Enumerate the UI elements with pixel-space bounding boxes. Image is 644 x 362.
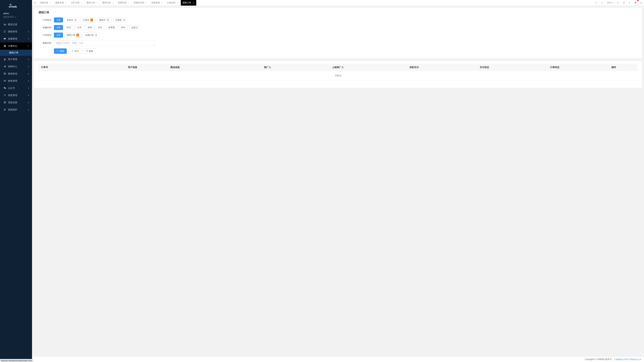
chevron-left-icon	[28, 80, 29, 82]
close-icon[interactable]	[128, 2, 130, 4]
close-icon[interactable]	[145, 2, 148, 4]
sidebar-item-news[interactable]: 新闻资讯	[0, 70, 32, 77]
close-icon[interactable]	[49, 2, 52, 4]
system-icon	[3, 94, 6, 97]
order-status-refunded[interactable]: 已退款0	[113, 18, 128, 22]
reload-button[interactable]	[621, 0, 627, 6]
chip-label: 本年	[121, 26, 126, 29]
more-button[interactable]	[638, 0, 644, 6]
tab-live-list[interactable]: 直播列表	[116, 0, 132, 6]
button-label: 导出	[74, 50, 78, 53]
created-custom[interactable]: 自定义	[129, 25, 140, 30]
maintain-icon	[3, 108, 6, 111]
order-status-unpaid[interactable]: 未支付0	[64, 18, 79, 22]
created-all[interactable]: 全部	[54, 25, 63, 30]
search-button[interactable]: 搜索	[54, 48, 67, 54]
tab-column-topic[interactable]: 专栏专题	[69, 0, 85, 6]
order-type-gift[interactable]: 礼物订单0	[83, 32, 100, 38]
order-type-all[interactable]: 全部	[54, 32, 63, 38]
close-icon[interactable]	[65, 2, 67, 4]
add-button[interactable]	[627, 0, 632, 6]
svg-point-9	[4, 74, 5, 74]
close-icon[interactable]	[96, 2, 98, 4]
order-type-course[interactable]: 课程订单0	[64, 32, 81, 38]
chevron-down-icon	[27, 46, 29, 47]
footer-copyright: Copyright © CRMEB 版本号：	[585, 358, 614, 361]
top-tabs: 音频专题 视频专题 专栏专题 素材分类 素材列表 直播列表 直播间管理 直播贡献…	[38, 0, 594, 6]
chip-count: 0	[95, 34, 97, 36]
user-icon	[3, 58, 6, 61]
sidebar-item-live[interactable]: 直播管理	[0, 35, 32, 42]
created-quarter[interactable]: 本季度	[106, 25, 117, 30]
close-icon[interactable]	[161, 2, 163, 4]
sidebar-item-label: 用户管理	[8, 58, 28, 61]
created-yesterday[interactable]: 昨天	[64, 25, 74, 30]
sidebar-item-order[interactable]: 订单中心	[0, 42, 32, 50]
tab-liveroom-manage[interactable]: 直播间管理	[132, 0, 150, 6]
notifications-button[interactable]: 0	[632, 0, 638, 6]
col-product-info: 商品信息	[168, 64, 238, 71]
sidebar-item-label: 系统管理	[8, 94, 28, 97]
sidebar-item-overview[interactable]: 概况总览	[0, 21, 32, 28]
col-pay-status: 支付状态	[449, 64, 520, 71]
chip-label: 退款中	[99, 18, 106, 22]
order-status-refunding[interactable]: 退款中0	[97, 18, 112, 22]
tab-label: 直播贡献	[151, 1, 160, 4]
chip-label: 今天	[77, 26, 82, 29]
sidebar-item-label: 课程管理	[8, 30, 28, 33]
tab-material-category[interactable]: 素材分类	[85, 0, 100, 6]
sidebar-subitem-course-order[interactable]: 课程订单	[0, 50, 32, 56]
tab-material-list[interactable]: 素材列表	[100, 0, 116, 6]
order-status-all[interactable]: 全部	[54, 18, 63, 22]
tab-label: 课程订单	[182, 1, 191, 4]
sidebar-item-label: 新闻资讯	[8, 72, 28, 76]
filter-row-order-status: 订单状态: 全部 未支付0 已支付0 退款中0 已退款0	[38, 18, 638, 22]
tab-label: 音频专题	[40, 1, 48, 4]
filter-row-created-at: 创建时间: 全部 昨天 今天 本周 本月 本季度 本年 自定义	[38, 25, 638, 30]
search-input[interactable]	[54, 40, 155, 46]
footer-version-link[interactable]: CRMEB-ZSFF-OPENv1.4.4	[614, 358, 641, 361]
export-button[interactable]: 导出	[68, 48, 81, 54]
overview-icon	[3, 23, 6, 26]
tab-course-order[interactable]: 课程订单	[181, 0, 196, 6]
toggle-sidebar-button[interactable]	[32, 0, 38, 6]
created-today[interactable]: 今天	[75, 25, 84, 30]
close-tabs-dropdown[interactable]: 关闭	[605, 0, 615, 6]
tab-video-topic[interactable]: 视频专题	[54, 0, 69, 6]
sidebar-item-marketing[interactable]: 营销中心	[0, 63, 32, 70]
sidebar-role-dropdown[interactable]: 超级管理员	[3, 15, 29, 19]
created-week[interactable]: 本周	[85, 25, 94, 30]
refresh-button[interactable]: 刷新	[83, 48, 96, 54]
chip-label: 本周	[88, 26, 92, 29]
tabs-scroll-right-button[interactable]	[599, 0, 605, 6]
close-icon[interactable]	[192, 2, 194, 4]
back-button[interactable]	[615, 0, 621, 6]
tab-audio-topic[interactable]: 音频专题	[38, 0, 54, 6]
sidebar-item-maintain[interactable]: 系统维护	[0, 106, 32, 113]
sidebar-item-system[interactable]: 系统管理	[0, 92, 32, 99]
button-label: 刷新	[89, 50, 93, 53]
created-year[interactable]: 本年	[119, 25, 128, 30]
tab-label: 礼物设置	[167, 1, 176, 4]
sidebar-item-wechat[interactable]: 公众号	[0, 84, 32, 92]
tabs-scroll-left-button[interactable]	[594, 0, 599, 6]
tab-live-contribution[interactable]: 直播贡献	[150, 0, 165, 6]
sidebar-item-settings[interactable]: 系统设置	[0, 99, 32, 106]
svg-point-14	[4, 95, 5, 96]
brand-logo[interactable]: crmeb	[0, 0, 32, 11]
sidebar: crmeb admin 超级管理员 概况总览 课程管理	[0, 0, 32, 362]
close-icon[interactable]	[80, 2, 83, 4]
close-icon[interactable]	[177, 2, 179, 4]
order-status-paid[interactable]: 已支付0	[80, 18, 95, 22]
svg-point-16	[57, 50, 58, 51]
sidebar-item-user[interactable]: 用户管理	[0, 56, 32, 63]
sidebar-item-finance[interactable]: 财务管理	[0, 77, 32, 84]
chip-count: 0	[123, 18, 126, 22]
close-icon[interactable]	[112, 2, 114, 4]
chip-label: 礼物订单	[85, 34, 94, 37]
tab-gift-settings[interactable]: 礼物设置	[165, 0, 181, 6]
sidebar-item-course[interactable]: 课程管理	[0, 28, 32, 35]
created-month[interactable]: 本月	[96, 25, 105, 30]
sidebar-user-block: admin 超级管理员	[0, 11, 32, 21]
svg-rect-4	[5, 45, 6, 46]
